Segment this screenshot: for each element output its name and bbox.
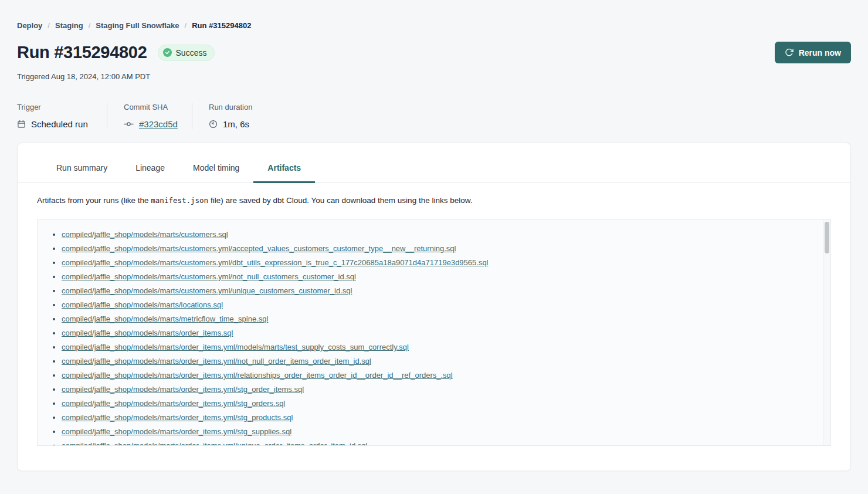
- tab-model-timing[interactable]: Model timing: [179, 158, 253, 183]
- tab-run-summary[interactable]: Run summary: [42, 158, 121, 183]
- breadcrumb-deploy[interactable]: Deploy: [17, 21, 42, 30]
- artifacts-description: Artifacts from your runs (like the manif…: [37, 196, 831, 205]
- artifact-file-item: compiled/jaffle_shop/models/marts/order_…: [62, 340, 813, 354]
- meta-duration-value: 1m, 6s: [223, 119, 249, 129]
- rerun-now-label: Rerun now: [799, 48, 841, 57]
- commit-sha-link[interactable]: #323cd5d: [139, 119, 178, 129]
- scrollbar-thumb[interactable]: [825, 222, 829, 253]
- tab-lineage[interactable]: Lineage: [121, 158, 179, 183]
- scrollbar-track[interactable]: [823, 219, 830, 445]
- success-check-icon: [163, 48, 172, 57]
- artifact-file-link[interactable]: compiled/jaffle_shop/models/marts/locati…: [62, 300, 223, 309]
- meta-duration-label: Run duration: [209, 103, 252, 111]
- artifact-file-link[interactable]: compiled/jaffle_shop/models/marts/order_…: [62, 399, 285, 408]
- header: Run #315294802 Success Rerun now: [17, 42, 851, 63]
- status-badge-label: Success: [176, 48, 207, 57]
- manifest-json-code: manifest.json: [151, 196, 208, 205]
- breadcrumb-staging-full-snowflake[interactable]: Staging Full Snowflake: [96, 21, 179, 30]
- artifact-file-item: compiled/jaffle_shop/models/marts/custom…: [62, 284, 813, 298]
- artifacts-description-post: file) are saved by dbt Cloud. You can do…: [208, 196, 472, 205]
- artifact-file-link[interactable]: compiled/jaffle_shop/models/marts/custom…: [62, 244, 456, 253]
- artifact-file-link[interactable]: compiled/jaffle_shop/models/marts/order_…: [62, 441, 367, 446]
- meta-trigger: Trigger Scheduled run: [17, 103, 107, 129]
- breadcrumb-separator: /: [185, 21, 187, 30]
- artifact-file-item: compiled/jaffle_shop/models/marts/order_…: [62, 425, 813, 439]
- artifact-file-item: compiled/jaffle_shop/models/marts/custom…: [62, 242, 813, 256]
- artifact-file-item: compiled/jaffle_shop/models/marts/custom…: [62, 270, 813, 284]
- artifact-file-link[interactable]: compiled/jaffle_shop/models/marts/metric…: [62, 314, 268, 323]
- refresh-icon: [785, 48, 794, 57]
- artifact-file-item: compiled/jaffle_shop/models/marts/custom…: [62, 256, 813, 270]
- rerun-now-button[interactable]: Rerun now: [775, 42, 851, 63]
- artifact-file-item: compiled/jaffle_shop/models/marts/custom…: [62, 228, 813, 242]
- artifact-file-link[interactable]: compiled/jaffle_shop/models/marts/order_…: [62, 329, 233, 337]
- artifact-file-item: compiled/jaffle_shop/models/marts/order_…: [62, 368, 813, 383]
- meta-commit-label: Commit SHA: [124, 103, 174, 111]
- artifacts-description-pre: Artifacts from your runs (like the: [37, 196, 151, 205]
- meta-trigger-value: Scheduled run: [31, 119, 88, 129]
- breadcrumb: Deploy / Staging / Staging Full Snowflak…: [17, 0, 851, 30]
- calendar-icon: [17, 120, 26, 128]
- artifact-file-item: compiled/jaffle_shop/models/marts/order_…: [62, 383, 813, 397]
- run-meta: Trigger Scheduled run Commit SHA #323cd5…: [17, 103, 851, 129]
- run-detail-card: Run summaryLineageModel timingArtifacts …: [17, 143, 851, 471]
- meta-commit: Commit SHA #323cd5d: [107, 103, 192, 129]
- status-badge: Success: [158, 45, 215, 61]
- artifact-file-item: compiled/jaffle_shop/models/marts/order_…: [62, 397, 813, 411]
- tab-artifacts[interactable]: Artifacts: [253, 158, 315, 183]
- artifact-file-link[interactable]: compiled/jaffle_shop/models/marts/custom…: [62, 230, 228, 239]
- artifact-file-item: compiled/jaffle_shop/models/marts/order_…: [62, 411, 813, 425]
- artifact-file-link[interactable]: compiled/jaffle_shop/models/marts/custom…: [62, 272, 356, 281]
- artifact-file-link[interactable]: compiled/jaffle_shop/models/marts/order_…: [62, 413, 293, 422]
- meta-trigger-label: Trigger: [17, 103, 89, 111]
- commit-icon: [124, 119, 134, 129]
- artifact-file-link[interactable]: compiled/jaffle_shop/models/marts/order_…: [62, 385, 304, 394]
- artifact-file-box: compiled/jaffle_shop/models/marts/custom…: [37, 219, 831, 446]
- breadcrumb-current-run: Run #315294802: [192, 21, 251, 30]
- breadcrumb-separator: /: [48, 21, 50, 30]
- artifact-file-item: compiled/jaffle_shop/models/marts/order_…: [62, 439, 813, 446]
- breadcrumb-separator: /: [89, 21, 91, 30]
- artifact-file-item: compiled/jaffle_shop/models/marts/order_…: [62, 326, 813, 340]
- artifact-file-link[interactable]: compiled/jaffle_shop/models/marts/order_…: [62, 371, 453, 380]
- artifact-file-item: compiled/jaffle_shop/models/marts/metric…: [62, 312, 813, 326]
- artifact-file-item: compiled/jaffle_shop/models/marts/order_…: [62, 354, 813, 368]
- clock-icon: [209, 120, 218, 128]
- run-detail-page: Deploy / Staging / Staging Full Snowflak…: [0, 0, 868, 471]
- artifact-file-link[interactable]: compiled/jaffle_shop/models/marts/order_…: [62, 357, 371, 366]
- artifact-file-list: compiled/jaffle_shop/models/marts/custom…: [38, 219, 830, 446]
- artifact-file-link[interactable]: compiled/jaffle_shop/models/marts/custom…: [62, 286, 352, 295]
- artifact-file-link[interactable]: compiled/jaffle_shop/models/marts/order_…: [62, 427, 291, 436]
- triggered-timestamp: Triggered Aug 18, 2024, 12:00 AM PDT: [17, 72, 851, 81]
- tab-bar: Run summaryLineageModel timingArtifacts: [18, 143, 850, 183]
- page-title: Run #315294802: [17, 43, 147, 62]
- artifact-file-link[interactable]: compiled/jaffle_shop/models/marts/order_…: [62, 343, 409, 351]
- artifact-file-item: compiled/jaffle_shop/models/marts/locati…: [62, 298, 813, 312]
- artifact-file-link[interactable]: compiled/jaffle_shop/models/marts/custom…: [62, 258, 489, 267]
- meta-duration: Run duration 1m, 6s: [192, 103, 270, 129]
- breadcrumb-staging[interactable]: Staging: [55, 21, 83, 30]
